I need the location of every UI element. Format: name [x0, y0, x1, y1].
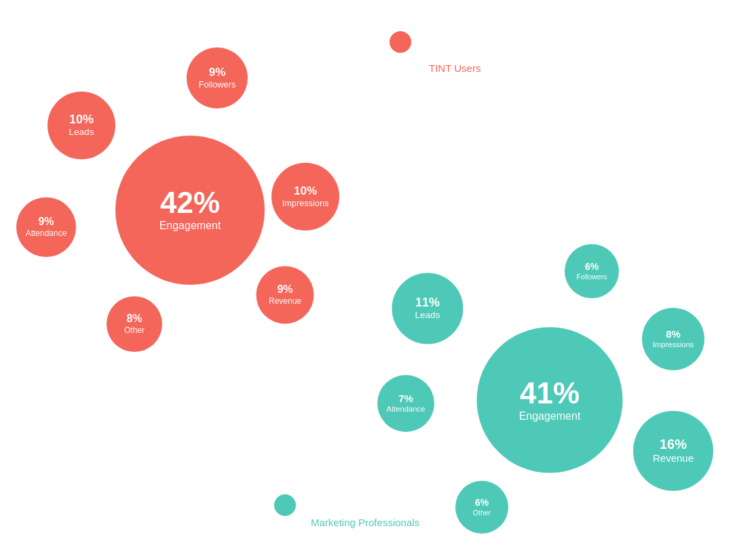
- tu-attendance-label: Attendance: [387, 405, 426, 414]
- mp-leads-label: Leads: [69, 127, 94, 138]
- mp-followers-bubble: 9% Followers: [187, 47, 248, 108]
- marketing-professionals-indicator-bubble: [274, 494, 296, 516]
- tu-other-label: Other: [473, 509, 491, 517]
- tu-followers-label: Followers: [577, 273, 607, 281]
- mp-impressions-bubble: 10% Impressions: [271, 163, 339, 231]
- tu-leads-bubble: 11% Leads: [392, 273, 464, 344]
- tu-revenue-label: Revenue: [653, 452, 694, 464]
- mp-leads-pct: 10%: [69, 113, 94, 125]
- tu-leads-pct: 11%: [415, 296, 440, 309]
- tu-impressions-pct: 8%: [666, 329, 681, 339]
- tu-attendance-pct: 7%: [398, 393, 413, 403]
- mp-followers-label: Followers: [199, 79, 236, 90]
- tu-impressions-bubble: 8% Impressions: [642, 308, 704, 370]
- mp-impressions-label: Impressions: [282, 198, 329, 208]
- mp-attendance-label: Attendance: [26, 229, 67, 238]
- mp-followers-pct: 9%: [209, 66, 226, 78]
- tu-revenue-bubble: 16% Revenue: [633, 411, 713, 491]
- tu-followers-bubble: 6% Followers: [565, 244, 619, 298]
- marketing-professionals-label: Marketing Professionals: [311, 517, 419, 528]
- mp-leads-bubble: 10% Leads: [48, 92, 115, 159]
- mp-other-label: Other: [124, 325, 145, 335]
- mp-attendance-pct: 9%: [38, 216, 54, 227]
- mp-other-pct: 8%: [126, 313, 142, 324]
- mp-impressions-pct: 10%: [294, 185, 317, 197]
- tu-engagement-bubble: 41% Engagement: [477, 327, 623, 473]
- tint-users-indicator-bubble: [390, 31, 411, 53]
- tu-other-pct: 6%: [475, 498, 489, 507]
- tu-attendance-bubble: 7% Attendance: [377, 375, 434, 432]
- mp-engagement-pct: 42%: [160, 188, 220, 218]
- mp-revenue-label: Revenue: [269, 296, 301, 306]
- tu-followers-pct: 6%: [585, 262, 599, 271]
- tu-revenue-pct: 16%: [660, 437, 687, 451]
- tu-impressions-label: Impressions: [653, 340, 694, 350]
- tu-engagement-pct: 41%: [520, 378, 580, 408]
- tint-users-label: TINT Users: [429, 62, 480, 74]
- tu-other-bubble: 6% Other: [455, 481, 508, 534]
- mp-engagement-label: Engagement: [159, 219, 221, 232]
- mp-other-bubble: 8% Other: [107, 296, 162, 352]
- mp-engagement-bubble: 42% Engagement: [115, 136, 265, 285]
- mp-attendance-bubble: 9% Attendance: [16, 197, 76, 257]
- mp-revenue-pct: 9%: [277, 284, 292, 295]
- mp-revenue-bubble: 9% Revenue: [257, 266, 314, 324]
- chart-container: TINT Users Marketing Professionals 42% E…: [0, 0, 756, 556]
- tu-engagement-label: Engagement: [519, 409, 581, 422]
- tu-leads-label: Leads: [415, 310, 440, 321]
